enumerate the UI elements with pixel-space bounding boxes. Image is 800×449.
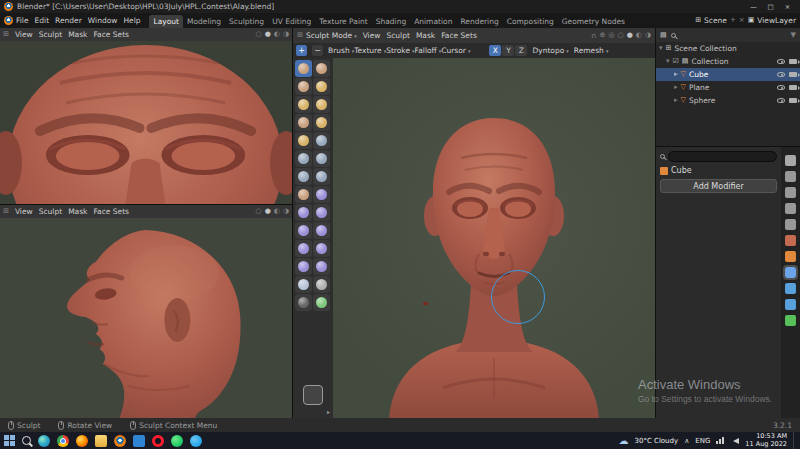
shading-solid-icon[interactable]: ● [265,208,271,215]
brush-clay-icon[interactable] [295,78,312,95]
brush-direction-subtract-button[interactable]: − [312,45,323,56]
workspace-tab-uv-editing[interactable]: UV Editing [268,15,315,28]
search-icon[interactable] [671,33,676,38]
properties-tab-render-icon[interactable] [785,171,796,182]
brush-elastic-deform-icon[interactable] [295,204,312,221]
properties-tab-view-layer-icon[interactable] [785,203,796,214]
menu-sculpt[interactable]: Sculpt [36,29,65,40]
brush-mask-icon[interactable] [295,294,312,311]
workspace-tab-texture-paint[interactable]: Texture Paint [315,15,371,28]
telegram-icon[interactable] [190,435,202,447]
firefox-icon[interactable] [76,435,88,447]
brush-blob-icon[interactable] [313,114,330,131]
mirror-axis-x[interactable]: X [489,45,501,56]
brush-cloth-icon[interactable] [295,276,312,293]
shading-material-icon[interactable]: ◐ [274,31,280,38]
new-scene-icon[interactable]: + [730,17,736,24]
file-explorer-icon[interactable] [95,435,107,447]
disclosure-icon[interactable]: ▸ [674,97,678,104]
viewport-canvas-front-closeup[interactable] [0,41,292,204]
outliner-row-scene-collection[interactable]: ▾ ⊞ Scene Collection [656,42,800,55]
workspace-tab-shading[interactable]: Shading [372,15,410,28]
properties-tab-object-icon[interactable] [785,251,796,262]
properties-tab-world-icon[interactable] [785,235,796,246]
scene-selector[interactable]: Scene [704,16,727,25]
hide-viewport-icon[interactable] [777,59,785,64]
menu-view[interactable]: View [12,206,36,217]
panel-texture[interactable]: Texture [354,46,386,55]
properties-tab-output-icon[interactable] [785,187,796,198]
workspace-tab-layout[interactable]: Layout [149,15,183,28]
taskbar-clock[interactable]: 10:53 AM 11 Aug 2022 [745,433,787,449]
workspace-tab-geometry-nodes[interactable]: Geometry Nodes [558,15,629,28]
outliner-row-cube[interactable]: ▸ ▽ Cube [656,68,800,81]
brush-smooth-icon[interactable] [313,132,330,149]
brush-nudge-icon[interactable] [295,240,312,257]
disable-render-icon[interactable] [789,98,797,103]
disclosure-icon[interactable]: ▾ [666,58,670,65]
shading-wireframe-icon[interactable]: ○ [256,31,262,38]
chrome-icon[interactable] [57,435,69,447]
brush-scrape-icon[interactable] [295,168,312,185]
brush-draw-sharp-icon[interactable] [313,60,330,77]
remesh-dropdown[interactable]: Remesh [574,46,609,55]
start-button[interactable] [4,435,15,446]
toolbar-expand-icon[interactable]: ▸ [327,408,330,415]
tray-expand-icon[interactable]: ∧ [684,437,689,445]
workspace-tab-modeling[interactable]: Modeling [183,15,225,28]
main-viewport-canvas[interactable] [333,58,655,418]
editor-type-icon[interactable]: ⊞ [3,31,9,38]
shading-wireframe-icon[interactable]: ○ [618,32,624,39]
hide-viewport-icon[interactable] [777,98,785,103]
overlays-icon[interactable]: ◎ [608,32,614,39]
outliner-row-sphere[interactable]: ▸ ▽ Sphere [656,94,800,107]
language-indicator[interactable]: ENG [695,437,710,445]
whatsapp-icon[interactable] [171,435,183,447]
brush-thumb-icon[interactable] [295,222,312,239]
filter-icon[interactable]: ▼ [791,32,796,39]
network-icon[interactable] [716,437,724,444]
menu-mask[interactable]: Mask [413,30,438,41]
properties-tab-modifiers-icon[interactable] [785,267,796,278]
shading-rendered-icon[interactable]: ◑ [283,208,289,215]
brush-flatten-icon[interactable] [295,150,312,167]
brush-multi-plane-scrape-icon[interactable] [313,168,330,185]
view-layer-selector[interactable]: ViewLayer [757,16,796,25]
blender-icon[interactable] [114,435,126,447]
blender-menu-icon[interactable] [4,16,13,25]
brush-boundary-icon[interactable] [313,258,330,275]
brush-slide-relax-icon[interactable] [295,258,312,275]
brush-grab-icon[interactable] [313,186,330,203]
menu-view[interactable]: View [12,29,36,40]
unlink-scene-icon[interactable]: × [739,17,745,24]
mirror-axis-z[interactable]: Z [515,45,527,56]
properties-tab-physics-icon[interactable] [785,299,796,310]
mirror-axis-y[interactable]: Y [502,45,514,56]
shading-solid-icon[interactable]: ● [265,31,271,38]
edge-icon[interactable] [38,435,50,447]
menu-mask[interactable]: Mask [65,29,90,40]
shading-rendered-icon[interactable]: ◑ [283,31,289,38]
brush-layer-icon[interactable] [313,96,330,113]
shading-rendered-icon[interactable]: ◑ [645,32,651,39]
workspace-tab-compositing[interactable]: Compositing [503,15,558,28]
brush-direction-add-button[interactable]: + [296,45,307,56]
menu-face-sets[interactable]: Face Sets [90,29,132,40]
menu-file[interactable]: File [13,15,32,26]
menu-edit[interactable]: Edit [32,15,53,26]
brush-fill-icon[interactable] [313,150,330,167]
shading-material-icon[interactable]: ◐ [636,32,642,39]
brush-rotate-icon[interactable] [313,240,330,257]
disable-render-icon[interactable] [789,72,797,77]
properties-tab-tool-icon[interactable] [785,155,796,166]
proportional-edit-icon[interactable]: ⊕ [600,32,606,39]
maximize-button[interactable]: □ [762,1,779,13]
menu-help[interactable]: Help [120,15,143,26]
brush-crease-icon[interactable] [295,132,312,149]
outliner-editor-icon[interactable]: ▤ [660,32,667,39]
hide-viewport-icon[interactable] [777,72,785,77]
brush-clay-thumb-icon[interactable] [295,96,312,113]
menu-view[interactable]: View [360,30,384,41]
brush-draw-face-sets-icon[interactable] [313,294,330,311]
minimize-button[interactable]: — [745,1,762,13]
